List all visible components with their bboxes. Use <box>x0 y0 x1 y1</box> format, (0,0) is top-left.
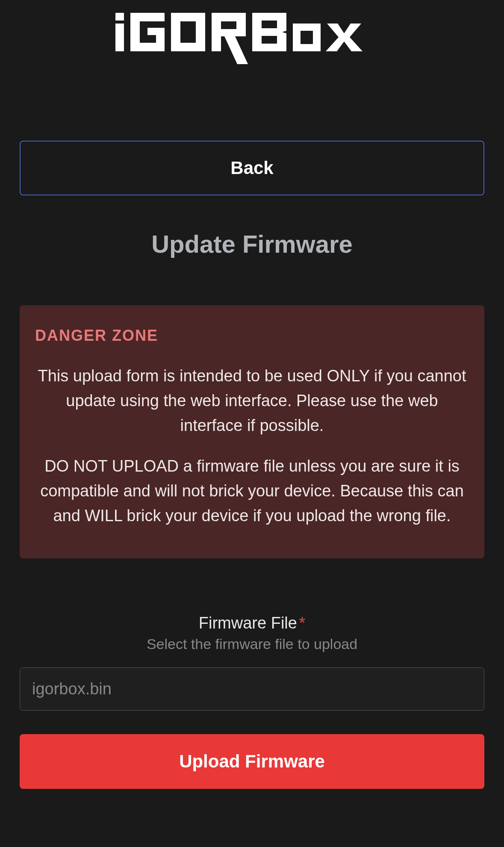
back-button[interactable]: Back <box>20 141 484 195</box>
upload-firmware-button[interactable]: Upload Firmware <box>20 734 484 789</box>
firmware-file-label: Firmware File <box>199 614 297 632</box>
danger-zone-paragraph-1: This upload form is intended to be used … <box>35 364 469 438</box>
upload-form: Firmware File * Select the firmware file… <box>20 614 484 789</box>
firmware-file-helper: Select the firmware file to upload <box>20 636 484 652</box>
firmware-file-input[interactable]: igorbox.bin <box>20 667 484 711</box>
svg-rect-0 <box>115 13 124 21</box>
danger-zone-title: DANGER ZONE <box>35 327 469 345</box>
app-logo <box>20 13 484 66</box>
danger-zone-panel: DANGER ZONE This upload form is intended… <box>20 305 484 558</box>
page-title: Update Firmware <box>20 230 484 258</box>
required-indicator: * <box>299 614 305 632</box>
svg-rect-1 <box>115 24 124 51</box>
danger-zone-paragraph-2: DO NOT UPLOAD a firmware file unless you… <box>35 454 469 528</box>
